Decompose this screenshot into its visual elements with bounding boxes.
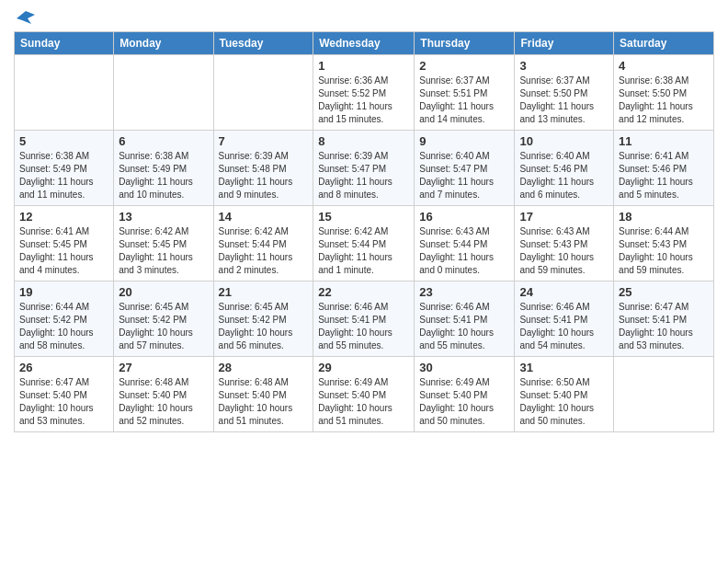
- day-info-text: Daylight: 11 hours and 8 minutes.: [318, 176, 409, 201]
- calendar-table: SundayMondayTuesdayWednesdayThursdayFrid…: [14, 31, 714, 432]
- calendar-cell: 15Sunrise: 6:42 AMSunset: 5:44 PMDayligh…: [313, 206, 415, 282]
- calendar-week-row: 26Sunrise: 6:47 AMSunset: 5:40 PMDayligh…: [15, 357, 714, 432]
- weekday-header-thursday: Thursday: [415, 32, 515, 55]
- calendar-cell: 9Sunrise: 6:40 AMSunset: 5:47 PMDaylight…: [415, 131, 515, 206]
- calendar-cell: 5Sunrise: 6:38 AMSunset: 5:49 PMDaylight…: [15, 131, 114, 206]
- calendar-cell: 30Sunrise: 6:49 AMSunset: 5:40 PMDayligh…: [415, 357, 515, 432]
- calendar-cell: 21Sunrise: 6:45 AMSunset: 5:42 PMDayligh…: [213, 282, 313, 357]
- day-info-text: Daylight: 10 hours and 53 minutes.: [619, 327, 709, 352]
- day-info-text: Sunrise: 6:40 AM: [519, 150, 609, 163]
- day-info-text: Sunrise: 6:47 AM: [619, 301, 709, 314]
- day-info-text: Sunset: 5:45 PM: [19, 238, 108, 251]
- day-info-text: Sunset: 5:49 PM: [119, 163, 208, 176]
- day-number: 18: [619, 210, 709, 224]
- day-number: 12: [19, 210, 108, 224]
- day-info-text: Sunset: 5:46 PM: [519, 163, 609, 176]
- day-info-text: Sunset: 5:41 PM: [619, 314, 709, 327]
- day-info-text: Daylight: 10 hours and 59 minutes.: [519, 251, 609, 277]
- day-info-text: Sunrise: 6:47 AM: [19, 376, 108, 389]
- day-info-text: Sunrise: 6:41 AM: [19, 225, 108, 238]
- day-info-text: Daylight: 11 hours and 0 minutes.: [419, 251, 509, 277]
- day-info-text: Sunrise: 6:39 AM: [318, 150, 409, 163]
- day-info-text: Sunrise: 6:45 AM: [219, 301, 309, 314]
- weekday-header-tuesday: Tuesday: [213, 32, 313, 55]
- day-info-text: Sunset: 5:42 PM: [19, 314, 108, 327]
- day-info-text: Daylight: 11 hours and 1 minute.: [318, 251, 409, 277]
- day-info-text: Sunrise: 6:43 AM: [419, 225, 509, 238]
- calendar-cell: 24Sunrise: 6:46 AMSunset: 5:41 PMDayligh…: [515, 282, 614, 357]
- calendar-cell: 14Sunrise: 6:42 AMSunset: 5:44 PMDayligh…: [213, 206, 313, 282]
- day-info-text: Sunset: 5:42 PM: [119, 314, 208, 327]
- day-info-text: Daylight: 11 hours and 15 minutes.: [318, 100, 409, 126]
- calendar-cell: 23Sunrise: 6:46 AMSunset: 5:41 PMDayligh…: [415, 282, 515, 357]
- day-info-text: Sunset: 5:40 PM: [519, 389, 609, 402]
- logo-bird-icon: [17, 11, 35, 26]
- day-number: 28: [219, 361, 309, 374]
- calendar-cell: 13Sunrise: 6:42 AMSunset: 5:45 PMDayligh…: [114, 206, 213, 282]
- weekday-header-saturday: Saturday: [614, 32, 714, 55]
- calendar-week-row: 1Sunrise: 6:36 AMSunset: 5:52 PMDaylight…: [15, 55, 714, 131]
- calendar-cell: 16Sunrise: 6:43 AMSunset: 5:44 PMDayligh…: [415, 206, 515, 282]
- weekday-header-friday: Friday: [515, 32, 614, 55]
- calendar-cell: 22Sunrise: 6:46 AMSunset: 5:41 PMDayligh…: [313, 282, 415, 357]
- day-number: 4: [619, 59, 709, 73]
- calendar-header: SundayMondayTuesdayWednesdayThursdayFrid…: [15, 32, 714, 55]
- day-number: 20: [119, 285, 208, 299]
- day-number: 8: [318, 134, 409, 148]
- day-number: 25: [619, 285, 709, 299]
- day-info-text: Daylight: 10 hours and 50 minutes.: [419, 402, 509, 428]
- day-info-text: Sunrise: 6:42 AM: [119, 225, 208, 238]
- day-info-text: Sunrise: 6:44 AM: [19, 301, 108, 314]
- calendar-cell: 18Sunrise: 6:44 AMSunset: 5:43 PMDayligh…: [614, 206, 714, 282]
- day-info-text: Sunrise: 6:49 AM: [419, 376, 509, 389]
- day-number: 14: [219, 210, 309, 224]
- day-info-text: Daylight: 11 hours and 13 minutes.: [519, 100, 609, 126]
- day-info-text: Sunrise: 6:46 AM: [419, 301, 509, 314]
- calendar-cell: 25Sunrise: 6:47 AMSunset: 5:41 PMDayligh…: [614, 282, 714, 357]
- day-info-text: Daylight: 10 hours and 55 minutes.: [318, 327, 409, 352]
- calendar-cell: [114, 55, 213, 131]
- day-number: 11: [619, 134, 709, 148]
- day-info-text: Sunrise: 6:38 AM: [119, 150, 208, 163]
- day-number: 1: [318, 59, 409, 73]
- calendar-cell: 26Sunrise: 6:47 AMSunset: 5:40 PMDayligh…: [15, 357, 114, 432]
- calendar-cell: 7Sunrise: 6:39 AMSunset: 5:48 PMDaylight…: [213, 131, 313, 206]
- day-number: 31: [519, 361, 609, 374]
- day-info-text: Sunset: 5:43 PM: [619, 238, 709, 251]
- day-info-text: Sunset: 5:41 PM: [318, 314, 409, 327]
- day-info-text: Daylight: 10 hours and 55 minutes.: [419, 327, 509, 352]
- day-info-text: Sunrise: 6:37 AM: [419, 75, 509, 87]
- day-info-text: Sunset: 5:41 PM: [419, 314, 509, 327]
- day-number: 19: [19, 285, 108, 299]
- day-number: 9: [419, 134, 509, 148]
- calendar-cell: 2Sunrise: 6:37 AMSunset: 5:51 PMDaylight…: [415, 55, 515, 131]
- day-info-text: Daylight: 10 hours and 51 minutes.: [219, 402, 309, 428]
- calendar-cell: 3Sunrise: 6:37 AMSunset: 5:50 PMDaylight…: [515, 55, 614, 131]
- day-info-text: Sunrise: 6:39 AM: [219, 150, 309, 163]
- day-number: 30: [419, 361, 509, 374]
- day-info-text: Sunset: 5:40 PM: [318, 389, 409, 402]
- weekday-header-wednesday: Wednesday: [313, 32, 415, 55]
- day-info-text: Sunset: 5:40 PM: [219, 389, 309, 402]
- day-info-text: Daylight: 10 hours and 50 minutes.: [519, 402, 609, 428]
- day-info-text: Sunrise: 6:40 AM: [419, 150, 509, 163]
- calendar-body: 1Sunrise: 6:36 AMSunset: 5:52 PMDaylight…: [15, 55, 714, 432]
- day-info-text: Sunset: 5:46 PM: [619, 163, 709, 176]
- day-info-text: Sunset: 5:47 PM: [318, 163, 409, 176]
- day-info-text: Daylight: 10 hours and 58 minutes.: [19, 327, 108, 352]
- day-info-text: Sunset: 5:40 PM: [419, 389, 509, 402]
- day-info-text: Daylight: 10 hours and 59 minutes.: [619, 251, 709, 277]
- calendar-cell: 31Sunrise: 6:50 AMSunset: 5:40 PMDayligh…: [515, 357, 614, 432]
- calendar-cell: 17Sunrise: 6:43 AMSunset: 5:43 PMDayligh…: [515, 206, 614, 282]
- day-info-text: Sunrise: 6:36 AM: [318, 75, 409, 87]
- calendar-cell: 4Sunrise: 6:38 AMSunset: 5:50 PMDaylight…: [614, 55, 714, 131]
- day-info-text: Sunrise: 6:38 AM: [19, 150, 108, 163]
- day-number: 13: [119, 210, 208, 224]
- day-info-text: Sunrise: 6:46 AM: [519, 301, 609, 314]
- day-info-text: Sunset: 5:40 PM: [119, 389, 208, 402]
- day-number: 24: [519, 285, 609, 299]
- day-number: 7: [219, 134, 309, 148]
- day-number: 22: [318, 285, 409, 299]
- logo: [14, 9, 35, 26]
- calendar-cell: [15, 55, 114, 131]
